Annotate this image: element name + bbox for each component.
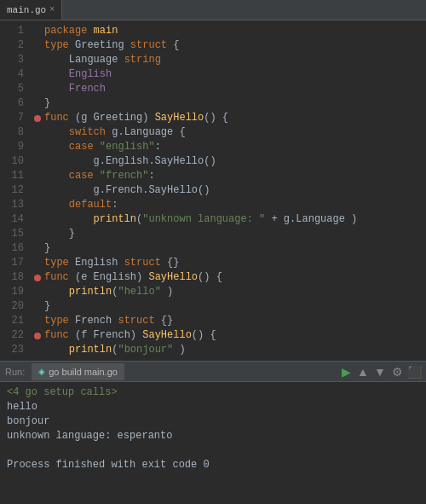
code-text: } — [44, 299, 426, 314]
code-line: } — [31, 241, 426, 256]
output-line — [7, 443, 419, 458]
stop-button[interactable]: ⬛ — [407, 365, 421, 379]
output-line: hello — [7, 400, 419, 414]
output-line: <4 go setup calls> — [7, 385, 419, 400]
run-tab[interactable]: ◈ go build main.go — [32, 363, 124, 380]
code-line: } — [31, 227, 426, 241]
output-line: bonjour — [7, 414, 419, 429]
run-tab-label: go build main.go — [49, 367, 118, 377]
code-text: } — [44, 357, 426, 359]
code-line: func (f French) SayHello() { — [31, 328, 426, 343]
breakpoint-indicator[interactable] — [34, 115, 41, 122]
output-line: unknown language: esperanto — [7, 429, 419, 443]
code-text: func (e English) SayHello() { — [44, 270, 426, 285]
code-line: println("unknown language: " + g.Languag… — [31, 212, 426, 227]
code-line: French — [31, 82, 426, 96]
tab-main-go[interactable]: main.go × — [0, 0, 62, 20]
code-line: English — [31, 67, 426, 82]
code-text: } — [44, 241, 426, 256]
code-text: case "english": — [44, 140, 426, 154]
output-line: Process finished with exit code 0 — [7, 458, 419, 472]
bottom-panel: Run: ◈ go build main.go ▶ ▲ ▼ ⚙ ⬛ <4 go … — [0, 361, 426, 504]
run-toolbar: Run: ◈ go build main.go ▶ ▲ ▼ ⚙ ⬛ — [0, 362, 426, 382]
up-button[interactable]: ▲ — [356, 365, 370, 379]
down-button[interactable]: ▼ — [373, 365, 387, 379]
code-line: switch g.Language { — [31, 125, 426, 140]
code-line: } — [31, 357, 426, 359]
code-line: type English struct {} — [31, 256, 426, 270]
tab-close-button[interactable]: × — [49, 5, 55, 14]
code-text: g.French.SayHello() — [44, 183, 426, 198]
code-text: switch g.Language { — [44, 125, 426, 140]
tab-label: main.go — [7, 5, 46, 15]
go-icon: ◈ — [38, 367, 45, 376]
code-text: French — [44, 82, 426, 96]
code-line: println("hello" ) — [31, 285, 426, 299]
run-output: <4 go setup calls>hellobonjourunknown la… — [0, 382, 426, 504]
code-line: case "english": — [31, 140, 426, 154]
code-line: g.French.SayHello() — [31, 183, 426, 198]
code-line: Language string — [31, 53, 426, 67]
breakpoint-indicator[interactable] — [34, 275, 41, 281]
line-gutter — [31, 275, 44, 281]
code-text: case "french": — [44, 169, 426, 183]
code-line: package main — [31, 24, 426, 38]
code-text: } — [44, 227, 426, 241]
code-editor: 1234567891011121314151617181920212223242… — [0, 20, 426, 361]
code-container: 1234567891011121314151617181920212223242… — [0, 22, 426, 359]
code-line: func (e English) SayHello() { — [31, 270, 426, 285]
code-line: case "french": — [31, 169, 426, 183]
code-text: } — [44, 96, 426, 111]
play-button[interactable]: ▶ — [339, 365, 353, 379]
code-area[interactable]: package maintype Greeting struct { Langu… — [31, 22, 426, 359]
tab-bar: main.go × — [0, 0, 426, 20]
code-text: println("unknown language: " + g.Languag… — [44, 212, 426, 227]
code-text: type Greeting struct { — [44, 38, 426, 53]
settings-button[interactable]: ⚙ — [390, 365, 404, 379]
code-text: func (f French) SayHello() { — [44, 328, 426, 343]
line-numbers: 1234567891011121314151617181920212223242… — [0, 22, 31, 359]
code-text: type English struct {} — [44, 256, 426, 270]
code-text: Language string — [44, 53, 426, 67]
code-text: println("bonjour" ) — [44, 343, 426, 357]
code-text: package main — [44, 24, 426, 38]
code-line: default: — [31, 198, 426, 212]
code-line: } — [31, 96, 426, 111]
code-text: English — [44, 67, 426, 82]
code-text: func (g Greeting) SayHello() { — [44, 111, 426, 125]
code-line: println("bonjour" ) — [31, 343, 426, 357]
line-gutter — [31, 333, 44, 339]
code-line: type French struct {} — [31, 314, 426, 328]
line-gutter — [31, 115, 44, 122]
run-label: Run: — [5, 367, 25, 377]
code-line: type Greeting struct { — [31, 38, 426, 53]
code-text: println("hello" ) — [44, 285, 426, 299]
code-text: default: — [44, 198, 426, 212]
code-line: func (g Greeting) SayHello() { — [31, 111, 426, 125]
code-text: g.English.SayHello() — [44, 154, 426, 169]
code-line: } — [31, 299, 426, 314]
code-text: type French struct {} — [44, 314, 426, 328]
breakpoint-indicator[interactable] — [34, 333, 41, 339]
code-line: g.English.SayHello() — [31, 154, 426, 169]
